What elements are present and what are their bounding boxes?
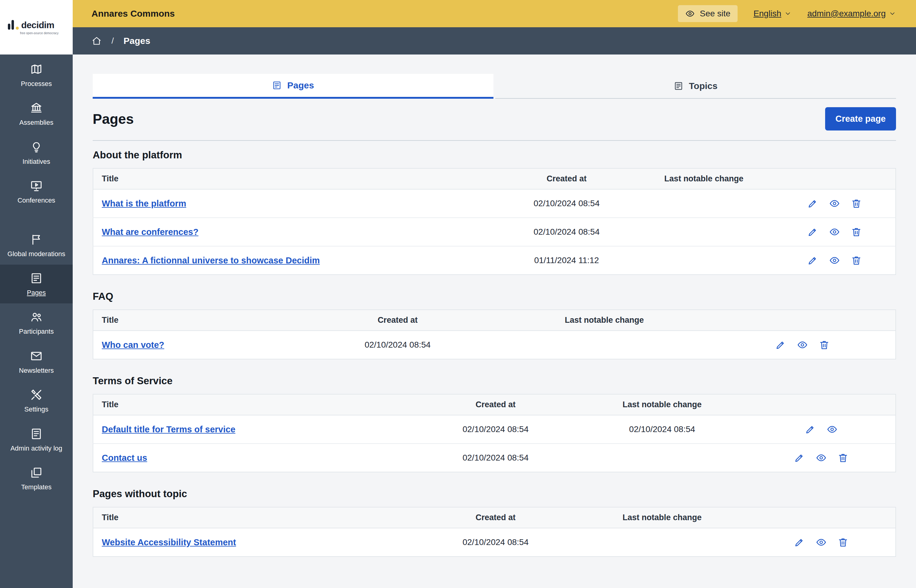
page-title-link[interactable]: Who can vote? xyxy=(102,340,164,350)
last-notable-change xyxy=(634,246,774,275)
edit-button[interactable] xyxy=(806,197,819,210)
page-title-link[interactable]: Annares: A fictionnal universe to showca… xyxy=(102,255,320,265)
tab-topics[interactable]: Topics xyxy=(495,74,896,99)
preview-button[interactable] xyxy=(828,197,841,210)
create-page-button[interactable]: Create page xyxy=(825,107,896,131)
edit-button[interactable] xyxy=(804,423,817,436)
trash-icon xyxy=(819,339,830,350)
preview-button[interactable] xyxy=(814,451,828,464)
tabs: Pages Topics xyxy=(93,74,896,99)
col-created: Created at xyxy=(296,310,499,331)
delete-button[interactable] xyxy=(836,536,850,549)
pencil-icon xyxy=(775,339,786,350)
edit-button[interactable] xyxy=(793,451,806,464)
section-heading: FAQ xyxy=(93,291,896,302)
delete-button[interactable] xyxy=(850,254,863,267)
eye-icon xyxy=(797,339,808,350)
bank-icon xyxy=(30,102,43,115)
sidebar-item-label: Assemblies xyxy=(19,119,53,126)
sidebar-item-label: Templates xyxy=(21,483,52,491)
edit-button[interactable] xyxy=(806,225,819,239)
sidebar-item-assemblies[interactable]: Assemblies xyxy=(0,94,73,133)
delete-button[interactable] xyxy=(850,225,863,239)
delete-button[interactable] xyxy=(836,451,850,464)
last-notable-change xyxy=(634,189,774,218)
viewport: decidim free open-source democracy Annar… xyxy=(0,0,916,588)
sidebar-item-participants[interactable]: Participants xyxy=(0,304,73,342)
sidebar-item-label: Processes xyxy=(21,80,52,88)
edit-button[interactable] xyxy=(806,254,819,267)
sidebar-item-label: Conferences xyxy=(18,197,55,204)
decidim-logo[interactable]: decidim free open-source democracy xyxy=(0,0,73,55)
delete-button[interactable] xyxy=(817,338,831,352)
see-site-button[interactable]: See site xyxy=(678,5,738,22)
table-row: What are conferences?02/10/2024 08:54 xyxy=(93,218,896,246)
site-title: Annares Commons xyxy=(91,8,175,19)
eye-icon xyxy=(816,537,827,548)
section-heading: About the platform xyxy=(93,149,896,161)
sidebar-item-admin-activity-log[interactable]: Admin activity log xyxy=(0,420,73,459)
mail-plus-icon xyxy=(30,350,43,362)
sidebar-item-templates[interactable]: Templates xyxy=(0,459,73,498)
col-created: Created at xyxy=(414,507,577,528)
logo-dot-icon xyxy=(16,27,19,30)
pages-table: TitleCreated atLast notable changeWho ca… xyxy=(93,309,896,359)
created-at: 02/10/2024 08:54 xyxy=(499,189,634,218)
map-icon xyxy=(30,63,43,76)
sidebar-item-newsletters[interactable]: Newsletters xyxy=(0,342,73,381)
sidebar-item-label: Participants xyxy=(19,328,54,336)
eye-icon xyxy=(829,226,840,237)
sidebar-item-initiatives[interactable]: Initiatives xyxy=(0,134,73,172)
table-row: What is the platform02/10/2024 08:54 xyxy=(93,189,896,218)
preview-button[interactable] xyxy=(828,225,841,239)
page-title-link[interactable]: Website Accessibility Statement xyxy=(102,538,236,547)
eye-icon xyxy=(816,452,827,463)
pages-icon xyxy=(272,81,282,90)
page-title-link[interactable]: What is the platform xyxy=(102,199,186,208)
section-terms-of-service: Terms of ServiceTitleCreated atLast nota… xyxy=(93,375,896,472)
row-actions xyxy=(756,423,887,436)
section-faq: FAQTitleCreated atLast notable changeWho… xyxy=(93,291,896,359)
sidebar-item-processes[interactable]: Processes xyxy=(0,56,73,94)
trash-icon xyxy=(851,198,862,209)
pencil-icon xyxy=(807,198,818,209)
preview-button[interactable] xyxy=(796,338,809,352)
pages-table: TitleCreated atLast notable changeDefaul… xyxy=(93,394,896,472)
people-icon xyxy=(30,311,43,323)
created-at: 02/10/2024 08:54 xyxy=(296,331,499,359)
preview-button[interactable] xyxy=(814,536,828,549)
sidebar-item-settings[interactable]: Settings xyxy=(0,381,73,420)
sidebar-item-global-moderations[interactable]: Global moderations xyxy=(0,226,73,265)
edit-button[interactable] xyxy=(793,536,806,549)
edit-button[interactable] xyxy=(774,338,787,352)
sidebar-item-conferences[interactable]: Conferences xyxy=(0,172,73,211)
breadcrumb: / Pages xyxy=(73,27,916,55)
delete-button[interactable] xyxy=(850,197,863,210)
flag-icon xyxy=(30,233,43,246)
logo-bar-icon xyxy=(8,24,10,30)
preview-button[interactable] xyxy=(828,254,841,267)
page-title-link[interactable]: What are conferences? xyxy=(102,227,198,237)
pencil-icon xyxy=(807,226,818,237)
col-actions xyxy=(747,507,896,528)
sidebar-item-pages[interactable]: Pages xyxy=(0,265,73,304)
language-menu[interactable]: English xyxy=(753,9,791,18)
page-title-link[interactable]: Default title for Terms of service xyxy=(102,425,235,434)
col-actions xyxy=(747,394,896,415)
tab-pages[interactable]: Pages xyxy=(93,74,494,99)
page-title-link[interactable]: Contact us xyxy=(102,453,147,463)
col-title: Title xyxy=(93,310,296,331)
row-actions xyxy=(756,536,887,549)
decidim-logo-mark: decidim xyxy=(8,20,73,30)
sidebar-item-label: Pages xyxy=(27,289,46,297)
tools-icon xyxy=(30,388,43,401)
breadcrumb-current: Pages xyxy=(124,36,150,46)
topbar-actions: See site English admin@example.org xyxy=(678,5,896,22)
created-at: 02/10/2024 08:54 xyxy=(499,218,634,246)
row-actions xyxy=(782,197,887,210)
preview-button[interactable] xyxy=(825,423,839,436)
table-row: Website Accessibility Statement02/10/202… xyxy=(93,528,896,557)
home-icon[interactable] xyxy=(91,36,102,46)
account-menu[interactable]: admin@example.org xyxy=(807,9,896,18)
page-sections: About the platformTitleCreated atLast no… xyxy=(93,149,896,557)
